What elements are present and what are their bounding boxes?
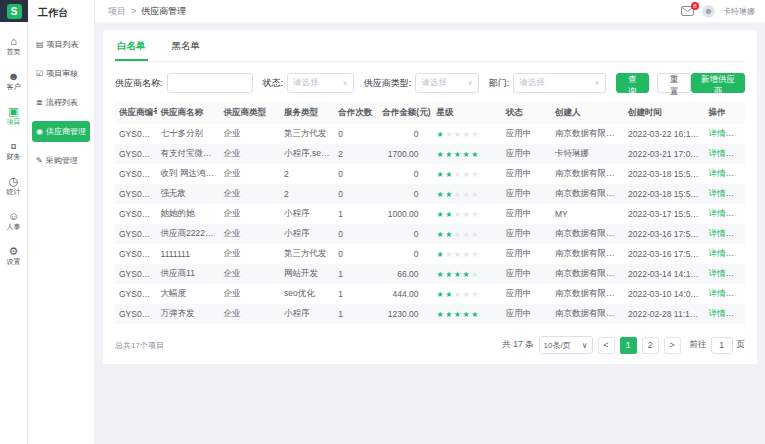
top-bar: 项目 > 供应商管理 8 ☻ 卡特琳娜 [95, 0, 765, 22]
cooperation-count-cell: 0 [334, 184, 378, 204]
detail-link[interactable]: 详情 [709, 128, 726, 138]
creator-cell: 南京数据有限公司 [551, 244, 624, 264]
rail-item-客户[interactable]: ☻客户 [0, 71, 28, 91]
supplier-type-cell: 企业 [220, 124, 280, 144]
suppliers-table: 供应商编号供应商名称供应商类型服务类型合作次数合作金额(元)星级状态创建人创建时… [115, 102, 745, 324]
goto-page-input[interactable] [711, 337, 733, 354]
submenu-item-项目审核[interactable]: ☑项目审核 [32, 63, 90, 84]
rail-item-项目[interactable]: ▣项目 [0, 106, 28, 126]
submenu-item-供应商管理[interactable]: ◉供应商管理 [32, 121, 90, 142]
service-type-cell: 2 [280, 164, 334, 184]
supplier-code-cell: GYS000... [115, 224, 157, 244]
breadcrumb-parent[interactable]: 项目 [108, 5, 126, 18]
star-icon: ★ [471, 290, 480, 299]
supplier-type-cell: 企业 [220, 164, 280, 184]
detail-link[interactable]: 详情 [709, 208, 726, 218]
table-row: GYS000...万弹齐发企业小程序11230.00★★★★★应用中南京数据有限… [115, 304, 745, 324]
star-icon: ★ [462, 250, 471, 259]
status-cell: 应用中 [502, 164, 551, 184]
prev-page-button[interactable]: < [598, 337, 615, 354]
detail-link[interactable]: 详情 [709, 148, 726, 158]
service-type-cell: 小程序 [280, 224, 334, 244]
supplier-type-select[interactable]: 请选择 ∨ [415, 73, 478, 93]
rail-item-财务[interactable]: ¤财务 [0, 141, 28, 161]
star-icon: ★ [462, 230, 471, 239]
operations-cell: 详情编辑 [705, 304, 745, 324]
supplier-code-cell: GYS000... [115, 144, 157, 164]
detail-link[interactable]: 详情 [709, 168, 726, 178]
detail-link[interactable]: 详情 [709, 288, 726, 298]
column-header: 供应商编号 [115, 102, 157, 124]
status-cell: 应用中 [502, 184, 551, 204]
nav-rail-items: ⌂首页☻客户▣项目¤财务◷统计☺人事⚙设置 [0, 22, 27, 266]
detail-link[interactable]: 详情 [709, 308, 726, 318]
page-size-select[interactable]: 10条/页 ∨ [539, 336, 593, 354]
rail-item-统计[interactable]: ◷统计 [0, 176, 28, 196]
detail-link[interactable]: 详情 [709, 248, 726, 258]
submenu-item-流程列表[interactable]: ≣流程列表 [32, 92, 90, 113]
department-select[interactable]: 请选择 ∨ [513, 73, 605, 93]
star-icon: ★ [462, 130, 471, 139]
service-type-cell: 2 [280, 184, 334, 204]
submenu-item-项目列表[interactable]: ▤项目列表 [32, 34, 90, 55]
supplier-type-cell: 企业 [220, 284, 280, 304]
supplier-name-cell: 收到 网达鸿父父第... [157, 164, 220, 184]
avatar[interactable]: ☻ [702, 5, 715, 18]
rail-item-label: 客户 [7, 83, 21, 91]
cooperation-count-cell: 1 [334, 204, 378, 224]
app-window: S ⌂首页☻客户▣项目¤财务◷统计☺人事⚙设置 工作台 ▤项目列表☑项目审核≣流… [0, 0, 765, 444]
supplier-code-cell: GYS000... [115, 264, 157, 284]
topbar-right: 8 ☻ 卡特琳娜 [681, 5, 755, 18]
cooperation-count-cell: 1 [334, 284, 378, 304]
star-icon: ★ [471, 270, 480, 279]
page-button-1[interactable]: 1 [620, 337, 637, 354]
page-button-2[interactable]: 2 [642, 337, 659, 354]
star-icon: ★ [445, 270, 454, 279]
status-cell: 应用中 [502, 204, 551, 224]
search-button[interactable]: 查询 [616, 73, 650, 93]
chevron-down-icon: ∨ [343, 79, 348, 87]
next-page-button[interactable]: > [664, 337, 681, 354]
cooperation-count-cell: 0 [334, 164, 378, 184]
rail-item-设置[interactable]: ⚙设置 [0, 246, 28, 266]
chevron-down-icon: ∨ [582, 341, 588, 350]
service-type-cell: 第三方代发 [280, 124, 334, 144]
projects-icon: ▣ [8, 106, 18, 117]
content-card: 白名单黑名单 供应商名称: 状态: 请选择 ∨ 供应商类型: 请选择 ∨ 部门:… [103, 30, 757, 364]
star-icon: ★ [462, 170, 471, 179]
star-icon: ★ [471, 130, 480, 139]
breadcrumb-separator: > [131, 6, 136, 16]
star-icon: ★ [462, 150, 471, 159]
tab-黑名单[interactable]: 黑名单 [170, 32, 203, 61]
total-count: 共 17 条 [502, 339, 533, 351]
supplier-name-cell: 有支付宝微信的供应商 [157, 144, 220, 164]
amount-cell: 0 [378, 164, 432, 184]
star-icon: ★ [471, 230, 480, 239]
username[interactable]: 卡特琳娜 [723, 6, 755, 17]
procurement-icon: ✎ [36, 156, 43, 165]
rail-item-首页[interactable]: ⌂首页 [0, 36, 28, 56]
reset-button[interactable]: 重置 [657, 73, 691, 93]
supplier-name-input[interactable] [167, 73, 253, 93]
supplier-name-cell: 大幅度 [157, 284, 220, 304]
app-logo[interactable]: S [7, 4, 22, 19]
detail-link[interactable]: 详情 [709, 228, 726, 238]
operations-cell: 详情编辑 [705, 264, 745, 284]
status-cell: 应用中 [502, 244, 551, 264]
tab-白名单[interactable]: 白名单 [115, 32, 148, 61]
cooperation-count-cell: 2 [334, 144, 378, 164]
messages-button[interactable]: 8 [681, 6, 694, 16]
chevron-down-icon: ∨ [468, 79, 473, 87]
amount-cell: 1230.00 [378, 304, 432, 324]
created-time-cell: 2022-03-14 14:13:48 [624, 264, 705, 284]
created-time-cell: 2022-03-16 17:50:15 [624, 244, 705, 264]
status-cell: 应用中 [502, 304, 551, 324]
add-supplier-button[interactable]: 新增供应商 [691, 73, 745, 93]
submenu-item-采购管理[interactable]: ✎采购管理 [32, 150, 90, 171]
supplier-name-cell: 她她的她 [157, 204, 220, 224]
detail-link[interactable]: 详情 [709, 268, 726, 278]
department-label: 部门: [489, 77, 510, 90]
rail-item-人事[interactable]: ☺人事 [0, 211, 28, 231]
detail-link[interactable]: 详情 [709, 188, 726, 198]
status-select[interactable]: 请选择 ∨ [287, 73, 354, 93]
